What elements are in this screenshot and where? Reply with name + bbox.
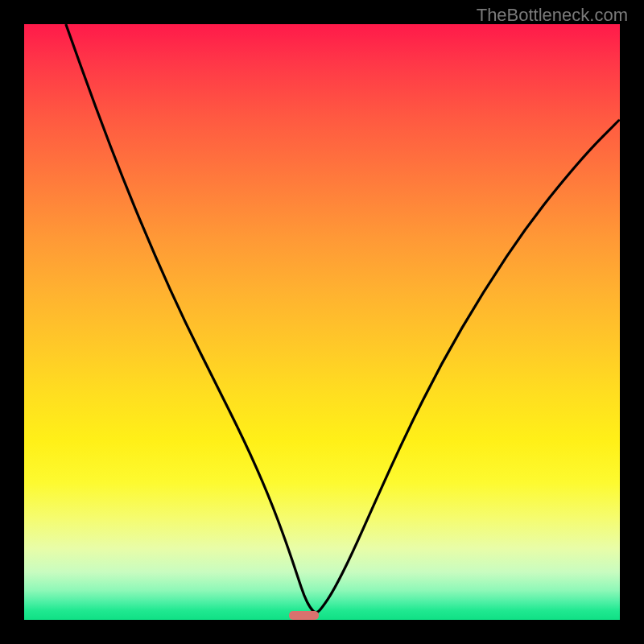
plot-area bbox=[24, 24, 620, 620]
bottleneck-curve bbox=[24, 24, 620, 620]
optimal-marker bbox=[289, 611, 319, 620]
curve-path bbox=[66, 24, 620, 613]
watermark-text: TheBottleneck.com bbox=[477, 5, 628, 26]
